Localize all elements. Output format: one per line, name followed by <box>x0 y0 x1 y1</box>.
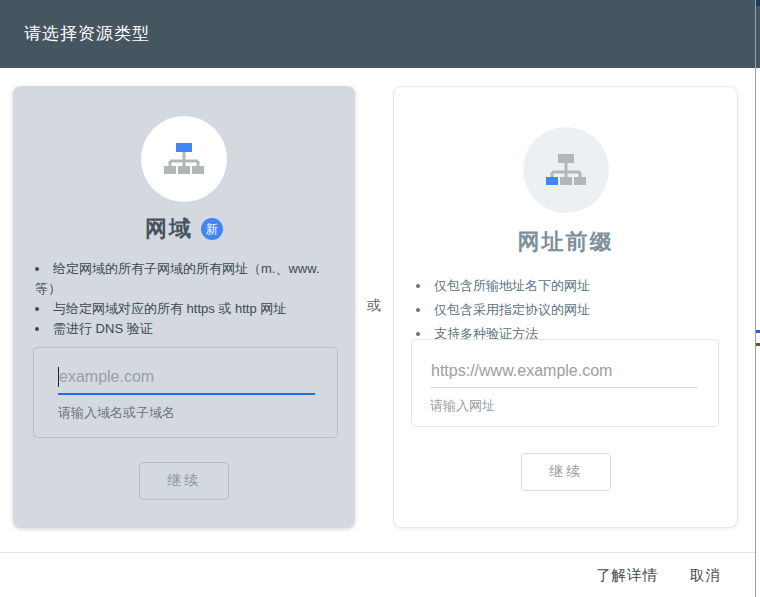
domain-input[interactable] <box>58 366 315 393</box>
dialog-header: 请选择资源类型 <box>0 0 760 68</box>
url-prefix-feature-list: 仅包含所输地址名下的网址 仅包含采用指定协议的网址 支持多种验证方法 <box>416 274 719 346</box>
domain-feature-item: 给定网域的所有子网域的所有网址（m.、www. 等） <box>35 259 337 299</box>
url-prefix-input-wrap <box>430 360 698 388</box>
or-separator: 或 <box>356 297 392 315</box>
domain-feature-list: 给定网域的所有子网域的所有网址（m.、www. 等） 与给定网域对应的所有 ht… <box>35 259 337 339</box>
domain-input-helper: 请输入域名或子域名 <box>58 404 337 422</box>
domain-property-card: 网域 新 给定网域的所有子网域的所有网址（m.、www. 等） 与给定网域对应的… <box>13 86 355 528</box>
url-prefix-input-panel: 请输入网址 <box>411 339 719 427</box>
url-prefix-input[interactable] <box>430 360 698 387</box>
url-prefix-title-row: 网址前缀 <box>394 225 737 257</box>
url-prefix-input-helper: 请输入网址 <box>430 397 718 415</box>
url-prefix-property-card: 网址前缀 仅包含所输地址名下的网址 仅包含采用指定协议的网址 支持多种验证方法 … <box>393 86 738 528</box>
domain-feature-item: 需进行 DNS 验证 <box>35 319 337 339</box>
scrollbar-marker <box>756 330 760 333</box>
url-prefix-feature-item: 仅包含采用指定协议的网址 <box>416 298 719 322</box>
scrollbar-marker <box>756 343 760 346</box>
cancel-button[interactable]: 取消 <box>688 562 723 589</box>
domain-input-panel: 请输入域名或子域名 <box>33 347 338 438</box>
url-prefix-icon-circle <box>523 127 609 213</box>
dialog-title: 请选择资源类型 <box>24 0 150 68</box>
url-prefix-tree-icon <box>542 146 590 194</box>
new-badge: 新 <box>201 218 223 240</box>
domain-continue-button[interactable]: 继续 <box>139 462 229 500</box>
select-property-type-dialog: 请选择资源类型 网域 新 给定网域的所有子网域的所有网址（m.、www. 等） … <box>0 0 760 597</box>
domain-card-title: 网域 <box>145 214 193 244</box>
domain-icon-circle <box>141 116 227 202</box>
domain-tree-icon <box>160 135 208 183</box>
url-prefix-card-title: 网址前缀 <box>518 227 614 257</box>
scrollbar-thumb[interactable] <box>756 0 760 6</box>
url-prefix-feature-item: 仅包含所输地址名下的网址 <box>416 274 719 298</box>
domain-title-row: 网域 新 <box>13 214 355 244</box>
domain-feature-item: 与给定网域对应的所有 https 或 http 网址 <box>35 299 337 319</box>
url-prefix-continue-button[interactable]: 继续 <box>521 453 611 491</box>
learn-more-link[interactable]: 了解详情 <box>594 562 660 589</box>
text-caret <box>58 367 59 387</box>
dialog-footer: 了解详情 取消 <box>0 553 756 597</box>
domain-input-wrap <box>58 366 315 395</box>
page-scrollbar[interactable] <box>755 0 760 597</box>
